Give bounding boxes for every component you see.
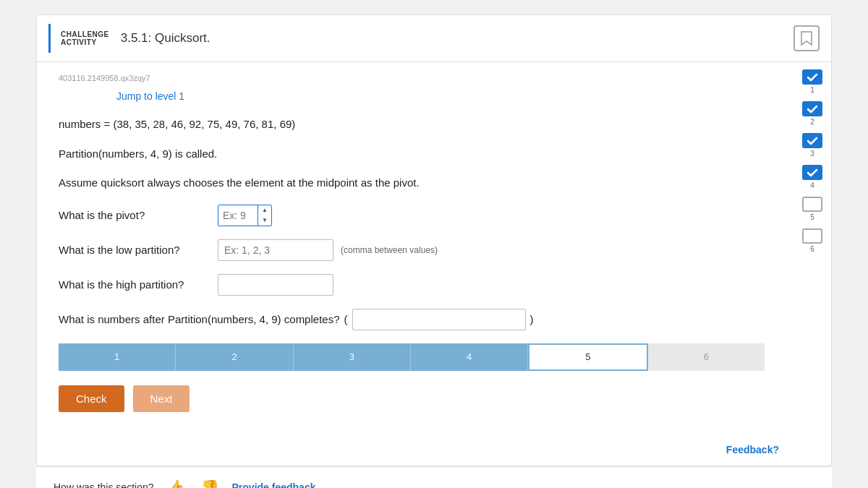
right-sidebar: 123456 [793,62,831,466]
sidebar-item-1[interactable]: 1 [800,69,825,94]
thumbs-down-button[interactable]: 👎 [198,477,222,489]
thumbs-down-icon: 👎 [201,479,219,489]
assume-text: Assume quicksort always chooses the elem… [59,175,765,192]
pivot-decrement-button[interactable]: ▼ [258,215,271,226]
sidebar-num-2: 2 [810,118,814,126]
sidebar-item-4[interactable]: 4 [800,165,825,189]
sidebar-check-icon-1 [802,69,822,85]
pivot-input[interactable] [218,205,258,226]
high-partition-input[interactable] [218,274,333,296]
jump-to-level-link[interactable]: Jump to level 1 [116,90,184,102]
partition-call: Partition(numbers, 4, 9) is called. [59,146,765,163]
bookmark-icon [793,25,820,51]
sidebar-check-icon-3 [802,133,822,148]
pivot-spinner-buttons[interactable]: ▲ ▼ [258,205,271,226]
low-hint-text: (comma between values) [341,245,438,255]
sidebar-empty-box-6 [802,228,822,244]
progress-bar: 123456 [59,343,765,371]
pivot-label: What is the pivot? [59,209,218,221]
activity-id: 403116.2149958.qx3zqy7 [59,74,765,82]
action-buttons: Check Next [59,385,765,412]
progress-segment-2[interactable]: 2 [176,343,293,371]
progress-segment-6[interactable]: 6 [648,343,765,371]
check-button[interactable]: Check [59,385,124,412]
progress-segment-1[interactable]: 1 [59,343,176,371]
numbers-after-row: What is numbers after Partition(numbers,… [59,309,765,330]
thumbs-up-icon: 👍 [167,479,185,489]
pivot-row: What is the pivot? ▲ ▼ [59,205,765,226]
high-partition-label: What is the high partition? [59,278,218,291]
numbers-after-label: What is numbers after Partition(numbers,… [59,313,340,325]
provide-feedback-link[interactable]: Provide feedback [232,481,316,489]
sidebar-item-6[interactable]: 6 [800,228,825,253]
high-partition-row: What is the high partition? [59,274,765,296]
sidebar-item-2[interactable]: 2 [800,101,825,126]
sidebar-num-4: 4 [810,181,814,189]
low-partition-row: What is the low partition? (comma betwee… [59,239,765,261]
header-labels: CHALLENGE ACTIVITY [61,30,109,46]
numbers-after-input[interactable] [352,309,526,330]
header-accent [48,24,51,53]
sidebar-num-3: 3 [810,150,814,158]
sidebar-check-icon-4 [802,165,822,180]
next-button[interactable]: Next [133,385,190,412]
challenge-label: CHALLENGE [61,30,109,38]
progress-segment-3[interactable]: 3 [294,343,411,371]
low-partition-input[interactable] [218,239,333,261]
progress-segment-5[interactable]: 5 [528,343,647,371]
sidebar-item-5[interactable]: 5 [800,197,825,221]
header: CHALLENGE ACTIVITY 3.5.1: Quicksort. [37,15,831,62]
feedback-link[interactable]: Feedback? [37,434,793,466]
sidebar-item-3[interactable]: 3 [800,133,825,158]
thumbs-up-button[interactable]: 👍 [164,477,188,489]
low-partition-label: What is the low partition? [59,244,218,256]
close-paren: ) [530,313,534,325]
header-title: 3.5.1: Quicksort. [121,31,210,46]
sidebar-num-1: 1 [810,86,814,94]
how-was-section-text: How was this section? [54,481,154,489]
progress-segment-4[interactable]: 4 [411,343,528,371]
open-paren: ( [344,313,348,325]
sidebar-check-icon-2 [802,101,822,116]
sidebar-empty-box-5 [802,197,822,212]
sidebar-num-5: 5 [810,213,814,221]
pivot-increment-button[interactable]: ▲ [258,205,271,215]
pivot-spinner[interactable]: ▲ ▼ [218,205,272,226]
bottom-bar: How was this section? 👍 👎 Provide feedba… [36,466,832,489]
sidebar-num-6: 6 [810,245,814,253]
numbers-line: numbers = (38, 35, 28, 46, 92, 75, 49, 7… [59,116,765,133]
activity-label: ACTIVITY [61,38,109,46]
